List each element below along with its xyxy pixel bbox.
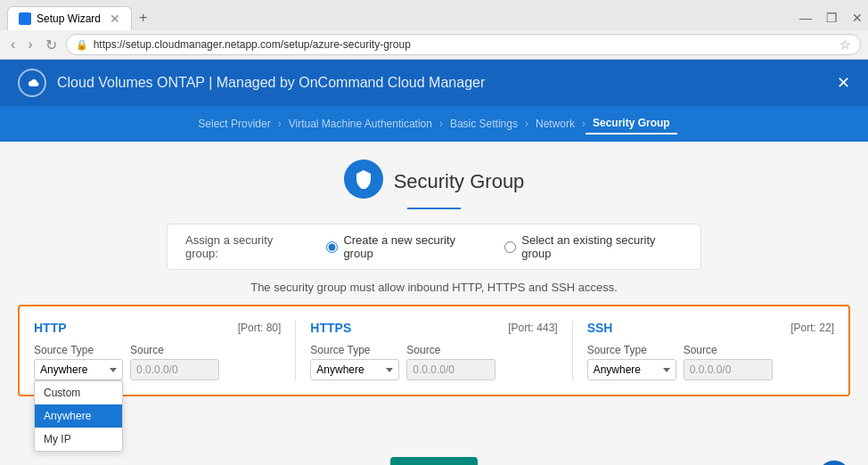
http-dropdown-myip[interactable]: My IP: [35, 428, 122, 451]
minimize-button[interactable]: —: [794, 9, 817, 27]
active-tab[interactable]: Setup Wizard ✕: [7, 6, 132, 30]
ssh-source-group: Source: [684, 344, 773, 380]
http-section-header: HTTP [Port: 80]: [34, 321, 281, 335]
http-dropdown-menu[interactable]: Custom Anywhere My IP: [34, 380, 123, 452]
lock-icon: 🔒: [76, 39, 88, 51]
https-source-label: Source: [406, 344, 495, 356]
radio-create-new[interactable]: Create a new security group: [326, 233, 483, 260]
http-source-input[interactable]: [130, 359, 219, 380]
restore-button[interactable]: ❐: [821, 9, 843, 27]
tab-close-button[interactable]: ✕: [110, 12, 120, 26]
https-port: [Port: 443]: [508, 322, 557, 334]
http-dropdown-anywhere[interactable]: Anywhere: [35, 404, 122, 428]
http-section: HTTP [Port: 80] Source Type Anywhere Cus…: [34, 321, 296, 380]
url-text: https://setup.cloudmanager.netapp.com/se…: [94, 38, 834, 51]
http-dropdown-wrapper: Anywhere Custom Anywhere My IP: [34, 359, 123, 380]
step-vm-auth[interactable]: Virtual Machine Authentication: [282, 114, 439, 134]
https-source-type-select[interactable]: Anywhere: [310, 359, 399, 380]
https-title: HTTPS: [310, 321, 351, 335]
close-window-button[interactable]: ✕: [847, 9, 868, 27]
main-content: Security Group Assign a security group: …: [0, 142, 868, 465]
ssh-port: [Port: 22]: [790, 322, 834, 334]
forward-button[interactable]: ›: [24, 35, 36, 54]
app-subtitle: | Managed by OnCommand Cloud Manager: [205, 75, 486, 90]
app-header: Cloud Volumes ONTAP | Managed by OnComma…: [0, 60, 868, 106]
address-bar: ‹ › ↻ 🔒 https://setup.cloudmanager.netap…: [0, 30, 868, 59]
tab-favicon: [19, 12, 31, 25]
section-title-icon: [344, 159, 383, 199]
ssh-source-label: Source: [684, 344, 773, 356]
back-button[interactable]: ‹: [7, 35, 19, 54]
http-source-type-select[interactable]: Anywhere: [34, 359, 123, 380]
https-section-header: HTTPS [Port: 443]: [310, 321, 557, 335]
http-source-label: Source: [130, 344, 219, 356]
https-source-group: Source: [406, 344, 495, 380]
ssh-section: SSH [Port: 22] Source Type Anywhere Sour…: [587, 321, 834, 380]
ssh-title: SSH: [587, 321, 613, 335]
ssh-source-input[interactable]: [684, 359, 773, 380]
http-source-type-group: Source Type Anywhere Custom Anywhere My …: [34, 344, 123, 380]
tab-title: Setup Wizard: [37, 12, 101, 25]
http-dropdown-custom[interactable]: Custom: [35, 381, 122, 404]
http-form-row: Source Type Anywhere Custom Anywhere My …: [34, 344, 281, 380]
go-button[interactable]: Go: [390, 457, 479, 465]
footer: Go: [0, 457, 868, 465]
new-tab-button[interactable]: +: [132, 5, 154, 30]
reload-button[interactable]: ↻: [42, 35, 61, 55]
title-underline: [407, 208, 461, 209]
window-controls: — ❐ ✕: [794, 9, 868, 27]
browser-chrome: Setup Wizard ✕ + — ❐ ✕ ‹ › ↻ 🔒 https://s…: [0, 0, 868, 60]
https-source-input[interactable]: [406, 359, 495, 380]
ssh-source-type-group: Source Type Anywhere: [587, 344, 676, 380]
step-network[interactable]: Network: [528, 114, 582, 134]
star-icon[interactable]: ☆: [839, 37, 851, 52]
ssh-source-type-select[interactable]: Anywhere: [587, 359, 676, 380]
tab-bar: Setup Wizard ✕ + — ❐ ✕: [0, 0, 868, 30]
cloud-icon: [18, 69, 46, 97]
http-port: [Port: 80]: [238, 322, 282, 334]
https-section: HTTPS [Port: 443] Source Type Anywhere S…: [310, 321, 572, 380]
https-form-row: Source Type Anywhere Source: [310, 344, 557, 380]
page-title: Security Group: [394, 170, 525, 193]
section-title: Security Group: [18, 159, 850, 209]
app-header-left: Cloud Volumes ONTAP | Managed by OnComma…: [18, 69, 485, 97]
https-source-type-group: Source Type Anywhere: [310, 344, 399, 380]
app-title: Cloud Volumes ONTAP | Managed by OnComma…: [57, 75, 485, 91]
https-source-type-label: Source Type: [310, 344, 399, 356]
step-security-group[interactable]: Security Group: [585, 113, 677, 135]
ssh-section-header: SSH [Port: 22]: [587, 321, 834, 335]
security-message: The security group must allow inbound HT…: [18, 281, 850, 294]
radio-create-label: Create a new security group: [343, 233, 483, 260]
http-title: HTTP: [34, 321, 67, 335]
http-source-type-label: Source Type: [34, 344, 123, 356]
security-group-box: HTTP [Port: 80] Source Type Anywhere Cus…: [18, 305, 850, 396]
radio-existing[interactable]: Select an existing security group: [504, 233, 683, 260]
ssh-form-row: Source Type Anywhere Source: [587, 344, 834, 380]
ssh-source-type-label: Source Type: [587, 344, 676, 356]
radio-existing-label: Select an existing security group: [521, 233, 683, 260]
radio-create-input[interactable]: [326, 241, 338, 253]
step-select-provider[interactable]: Select Provider: [191, 114, 277, 134]
url-box[interactable]: 🔒 https://setup.cloudmanager.netapp.com/…: [66, 34, 861, 55]
step-basic-settings[interactable]: Basic Settings: [443, 114, 525, 134]
wizard-nav: Select Provider › Virtual Machine Authen…: [0, 106, 868, 142]
radio-existing-input[interactable]: [504, 241, 516, 253]
http-source-group: Source: [130, 344, 219, 380]
radio-group: Assign a security group: Create a new se…: [167, 224, 701, 270]
assign-label: Assign a security group:: [185, 233, 305, 260]
app-close-button[interactable]: ✕: [837, 73, 850, 93]
